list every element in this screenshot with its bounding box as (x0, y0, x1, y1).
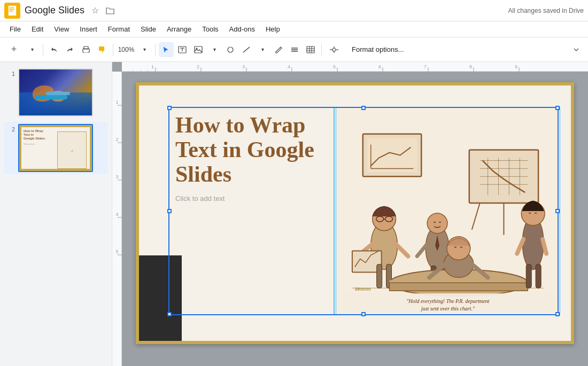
menu-tools[interactable]: Tools (197, 23, 223, 35)
svg-text:2: 2 (115, 137, 118, 142)
folder-icon[interactable] (104, 4, 117, 17)
separator-3 (155, 44, 156, 56)
add-button[interactable]: + (4, 42, 24, 57)
redo-button[interactable] (63, 42, 78, 57)
separator-2 (113, 44, 113, 56)
svg-rect-7 (99, 46, 104, 51)
svg-text:3: 3 (115, 174, 118, 180)
menu-format[interactable]: Format (103, 23, 135, 35)
menu-view[interactable]: View (49, 23, 74, 35)
svg-line-15 (243, 47, 250, 52)
menu-bar: File Edit View Insert Format Slide Arran… (0, 21, 588, 37)
svg-point-14 (228, 47, 233, 52)
image-dropdown[interactable]: ▾ (207, 42, 222, 57)
slide-canvas-wrapper: How to Wrap Text in Google Slides Click … (122, 72, 588, 366)
slide-num-1: 1 (6, 68, 15, 77)
toolbar: + ▾ 100% ▾ ▾ ▾ (0, 37, 588, 62)
svg-text:7: 7 (424, 64, 427, 69)
ruler-left: 1 2 3 4 5 (112, 72, 122, 366)
svg-text:4: 4 (115, 212, 118, 217)
undo-button[interactable] (47, 42, 61, 57)
main-layout: 1 2 How to WrapText inGo (0, 62, 588, 366)
svg-text:8: 8 (469, 64, 472, 69)
menu-edit[interactable]: Edit (26, 23, 49, 35)
slide-thumb-2[interactable]: 2 How to WrapText inGoogle Slides Click … (4, 122, 107, 174)
selection-box (168, 107, 559, 315)
menu-slide[interactable]: Slide (135, 23, 161, 35)
svg-point-24 (332, 48, 336, 51)
svg-rect-19 (307, 46, 314, 53)
svg-text:2: 2 (197, 64, 199, 69)
menu-insert[interactable]: Insert (74, 23, 103, 35)
cursor-tool[interactable] (159, 42, 174, 57)
handle-tc[interactable] (361, 106, 366, 110)
separator-1 (43, 44, 43, 56)
app-title: Google Slides (25, 5, 84, 16)
svg-text:5: 5 (333, 64, 336, 69)
align-tool[interactable] (287, 42, 302, 57)
handle-br[interactable] (555, 312, 560, 316)
slide-preview-1 (18, 68, 93, 116)
menu-addons[interactable]: Add-ons (224, 23, 260, 35)
svg-text:1: 1 (115, 99, 118, 105)
menu-arrange[interactable]: Arrange (161, 23, 197, 35)
paint-format-button[interactable] (95, 42, 110, 57)
slide-thumb-1[interactable]: 1 (4, 66, 107, 119)
ruler-left-container: 1 2 3 4 5 (112, 72, 588, 366)
title-icons: ☆ (89, 4, 117, 17)
svg-rect-3 (9, 11, 13, 12)
ruler-top: 1 2 3 4 5 6 7 8 9 (122, 62, 588, 72)
svg-text:1: 1 (151, 64, 154, 69)
print-button[interactable] (79, 42, 94, 57)
line-tool[interactable] (239, 42, 254, 57)
saved-status: All changes saved in Drive (508, 7, 584, 14)
svg-text:3: 3 (242, 64, 245, 69)
format-options-button[interactable]: Format options... (346, 43, 409, 56)
star-icon[interactable]: ☆ (89, 4, 102, 17)
handle-tl[interactable] (167, 106, 172, 110)
handle-ml[interactable] (167, 209, 172, 213)
shapes-tool[interactable] (223, 42, 238, 57)
separator-4 (321, 44, 322, 56)
ruler-left-svg: 1 2 3 4 5 (112, 72, 122, 285)
zoom-button[interactable]: 100% (117, 42, 136, 57)
textbox-tool[interactable] (175, 42, 190, 57)
menu-file[interactable]: File (4, 23, 26, 35)
pen-tool[interactable] (271, 42, 286, 57)
menu-help[interactable]: Help (260, 23, 285, 35)
handle-mr[interactable] (555, 209, 560, 213)
svg-rect-8 (102, 50, 103, 52)
add-dropdown-arrow[interactable]: ▾ (25, 42, 40, 57)
zoom-dropdown[interactable]: ▾ (137, 42, 152, 57)
svg-text:4: 4 (288, 64, 290, 69)
svg-rect-12 (195, 46, 202, 53)
main-slide[interactable]: How to Wrap Text in Google Slides Click … (136, 82, 574, 344)
handle-bl[interactable] (167, 312, 172, 316)
slides-panel: 1 2 How to WrapText inGo (0, 62, 112, 366)
table-tool[interactable] (303, 42, 318, 57)
app-icon (4, 3, 20, 19)
line-dropdown[interactable]: ▾ (255, 42, 270, 57)
svg-rect-2 (9, 9, 14, 10)
image-tool[interactable] (191, 42, 206, 57)
handle-tr[interactable] (555, 106, 560, 110)
toolbar-expand[interactable] (569, 42, 584, 57)
svg-text:6: 6 (378, 64, 381, 69)
slide-num-2: 2 (6, 124, 15, 133)
svg-rect-6 (84, 51, 88, 52)
insert-special-button[interactable] (325, 42, 343, 57)
title-bar: Google Slides ☆ All changes saved in Dri… (0, 0, 588, 21)
svg-rect-1 (9, 7, 14, 9)
slide-preview-2: How to WrapText inGoogle Slides Click to… (18, 124, 93, 172)
handle-bc[interactable] (361, 312, 366, 316)
canvas-area: 1 2 3 4 5 6 7 8 9 (112, 62, 588, 366)
svg-text:5: 5 (115, 249, 118, 254)
ruler-top-svg: 1 2 3 4 5 6 7 8 9 (122, 62, 588, 72)
svg-text:9: 9 (515, 64, 517, 69)
